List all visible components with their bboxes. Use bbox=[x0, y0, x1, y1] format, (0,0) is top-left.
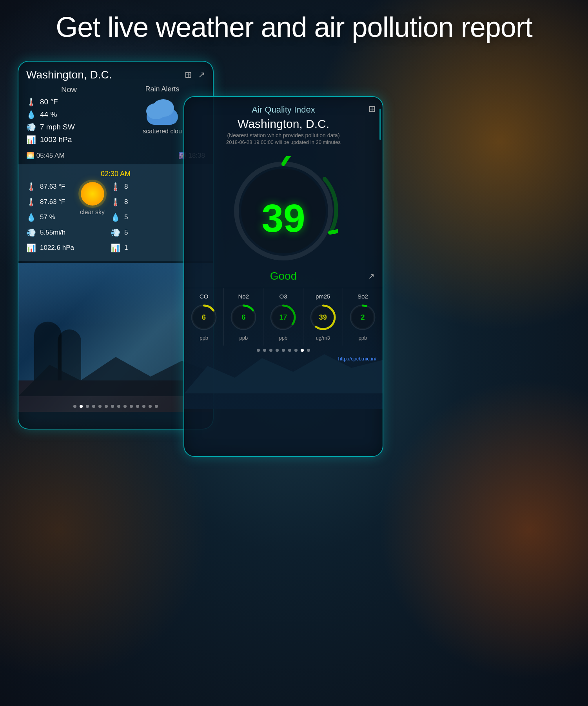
aqi-status-label: Good bbox=[270, 270, 297, 282]
aqi-source-link[interactable]: http://cpcb.nic.in/ bbox=[184, 355, 383, 365]
pollutant-name-pm25: pm25 bbox=[316, 293, 330, 300]
f-r4: 5 bbox=[124, 229, 128, 237]
aqi-dot-9[interactable] bbox=[307, 349, 310, 352]
forecast-pressure: 1022.6 hPa bbox=[40, 244, 74, 252]
pollutants-grid: CO 6 ppb No2 6 ppb O bbox=[184, 288, 383, 346]
dot-8[interactable] bbox=[117, 405, 120, 408]
dot-11[interactable] bbox=[136, 405, 139, 408]
f-r5: 1 bbox=[124, 244, 128, 252]
cloud-icon bbox=[143, 97, 182, 125]
pollutant-value-o3: 17 bbox=[279, 313, 287, 322]
temperature-value: 80 °F bbox=[40, 98, 58, 106]
dot-7[interactable] bbox=[111, 405, 114, 408]
pollutant-unit-co: ppb bbox=[200, 335, 208, 341]
now-label: Now bbox=[26, 85, 112, 94]
pollutant-unit-so2: ppb bbox=[359, 335, 367, 341]
dot-6[interactable] bbox=[105, 405, 108, 408]
good-row: Good ↗ bbox=[184, 270, 383, 288]
weather-city: Washington, D.C. bbox=[26, 69, 112, 81]
aqi-dot-2[interactable] bbox=[263, 349, 266, 352]
pollutant-name-no2: No2 bbox=[238, 293, 249, 300]
f-r2: 8 bbox=[124, 198, 128, 206]
forecast-right-col: 🌡️ 8 🌡️ 8 💧 5 💨 5 📊 1 bbox=[111, 182, 128, 256]
thermometer-icon: 🌡️ bbox=[26, 97, 36, 107]
pollutant-value-so2: 2 bbox=[361, 313, 365, 322]
wind-icon: 💨 bbox=[26, 122, 36, 132]
share-icon[interactable]: ↗ bbox=[198, 70, 205, 80]
forecast-humidity: 57 % bbox=[40, 213, 55, 221]
f-r1: 8 bbox=[124, 183, 128, 191]
forecast-temp-min: 87.63 °F bbox=[40, 198, 65, 206]
aqi-dot-8[interactable] bbox=[301, 349, 304, 352]
clear-sky-label: clear sky bbox=[80, 209, 105, 216]
mini-gauge-so2: 2 bbox=[349, 304, 376, 331]
dot-10[interactable] bbox=[130, 405, 133, 408]
now-section: Now 🌡️ 80 °F 💧 44 % 💨 7 mph SW 📊 1003 hP… bbox=[26, 85, 112, 147]
wind-row: 💨 7 mph SW bbox=[26, 122, 112, 132]
aqi-datetime: 2018-06-28 19:00:00 will be updated in 2… bbox=[192, 139, 375, 145]
forecast-left-col: 🌡️ 87.63 °F 🌡️ 87.63 °F 💧 57 % 💨 5.55mi/… bbox=[26, 182, 74, 256]
pressure-value: 1003 hPa bbox=[40, 135, 72, 144]
sun-icon bbox=[81, 182, 104, 206]
pollutant-so2: So2 2 ppb bbox=[343, 288, 383, 346]
pollutant-unit-pm25: ug/m3 bbox=[316, 335, 330, 341]
pressure-row: 📊 1003 hPa bbox=[26, 135, 112, 144]
dot-3[interactable] bbox=[86, 405, 89, 408]
wind-value: 7 mph SW bbox=[40, 123, 75, 131]
pollutant-co: CO 6 ppb bbox=[184, 288, 224, 346]
aqi-header: Air Quality Index Washington, D.C. (Near… bbox=[184, 97, 383, 148]
dot-13[interactable] bbox=[149, 405, 152, 408]
aqi-card: Air Quality Index Washington, D.C. (Near… bbox=[183, 96, 383, 457]
f-r3: 5 bbox=[124, 213, 128, 221]
aqi-value: 39 bbox=[261, 196, 305, 241]
dot-2[interactable] bbox=[80, 405, 83, 408]
aqi-dots-row bbox=[184, 346, 383, 355]
grid-icon[interactable] bbox=[185, 70, 192, 80]
sunrise-value: 🌅 05:45 AM bbox=[26, 151, 65, 160]
rain-alerts-label: Rain Alerts bbox=[120, 85, 205, 93]
forecast-temp-max: 87.63 °F bbox=[40, 183, 65, 191]
pressure-icon: 📊 bbox=[26, 135, 36, 144]
dot-14[interactable] bbox=[155, 405, 158, 408]
pollutant-name-co: CO bbox=[200, 293, 209, 300]
forecast-time: 02:30 AM bbox=[26, 170, 205, 178]
dot-9[interactable] bbox=[123, 405, 127, 408]
mini-gauge-co: 6 bbox=[190, 304, 218, 331]
mini-gauge-no2: 6 bbox=[230, 304, 257, 331]
pollutant-value-no2: 6 bbox=[241, 313, 245, 322]
aqi-grid-icon[interactable] bbox=[368, 104, 376, 114]
temperature-row: 🌡️ 80 °F bbox=[26, 97, 112, 107]
humidity-value: 44 % bbox=[40, 110, 57, 119]
aqi-share-button[interactable]: ↗ bbox=[368, 271, 375, 281]
headline: Get live weather and air pollution repor… bbox=[0, 11, 588, 43]
pollutant-o3: O3 17 ppb bbox=[263, 288, 303, 346]
aqi-title: Air Quality Index bbox=[192, 105, 375, 115]
aqi-dot-1[interactable] bbox=[257, 349, 260, 352]
pollutant-value-co: 6 bbox=[202, 313, 206, 322]
pollutant-value-pm25: 39 bbox=[319, 313, 327, 322]
aqi-dot-6[interactable] bbox=[288, 349, 291, 352]
humidity-icon: 💧 bbox=[26, 110, 36, 119]
pollutant-unit-o3: ppb bbox=[279, 335, 288, 341]
dot-12[interactable] bbox=[142, 405, 145, 408]
dot-4[interactable] bbox=[92, 405, 95, 408]
aqi-dot-3[interactable] bbox=[269, 349, 272, 352]
forecast-wind: 5.55mi/h bbox=[40, 229, 65, 237]
aqi-subtitle: (Nearest station which provides pollutio… bbox=[192, 132, 375, 138]
weather-header: Washington, D.C. ↗ bbox=[18, 62, 213, 85]
aqi-dot-4[interactable] bbox=[276, 349, 279, 352]
pollutant-name-o3: O3 bbox=[279, 293, 287, 300]
forecast-center: clear sky bbox=[74, 182, 111, 216]
aqi-gauge: 39 bbox=[184, 148, 383, 270]
pollutant-pm25: pm25 39 ug/m3 bbox=[303, 288, 343, 346]
aqi-city: Washington, D.C. bbox=[192, 117, 375, 131]
pollutant-no2: No2 6 ppb bbox=[224, 288, 263, 346]
mini-gauge-pm25: 39 bbox=[309, 304, 337, 331]
pollutant-unit-no2: ppb bbox=[239, 335, 248, 341]
dot-5[interactable] bbox=[98, 405, 102, 408]
mini-gauge-o3: 17 bbox=[269, 304, 297, 331]
dot-1[interactable] bbox=[73, 405, 76, 408]
aqi-dot-7[interactable] bbox=[294, 349, 298, 352]
humidity-row: 💧 44 % bbox=[26, 110, 112, 119]
aqi-dot-5[interactable] bbox=[282, 349, 285, 352]
